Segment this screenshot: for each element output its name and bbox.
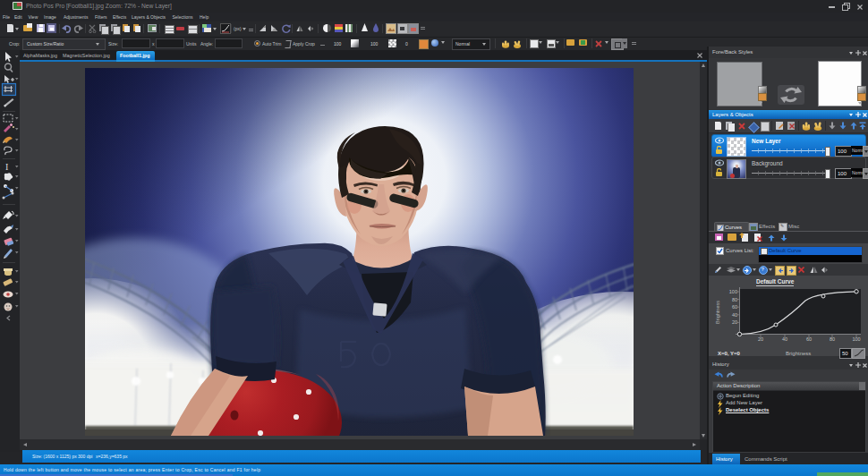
svg-text:100: 100 [729, 289, 737, 294]
svg-text:Brightness: Brightness [715, 301, 720, 324]
svg-text:I: I [5, 162, 8, 172]
